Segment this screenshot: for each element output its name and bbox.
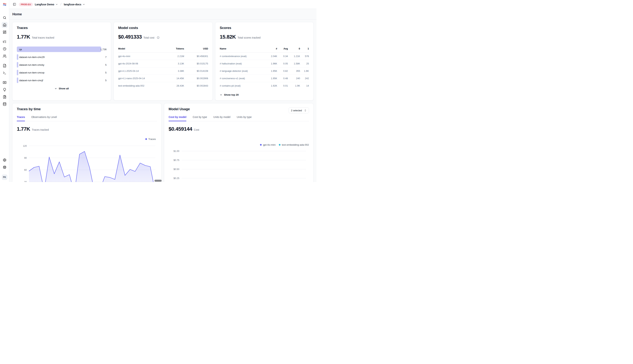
tab-units-by-type[interactable]: Units by type — [237, 116, 252, 121]
sidebar-item-terminal[interactable] — [2, 70, 8, 76]
tab-cost-by-model[interactable]: Cost by model — [169, 116, 186, 121]
content-area: Home Traces 1.77K Total traces tracked q… — [9, 9, 317, 182]
table-cell: 28.43K — [162, 84, 184, 87]
table-cell: 1.9K — [288, 84, 300, 87]
table-cell: gpt-4o-2024-08-06 — [118, 62, 162, 65]
show-top-20-button[interactable]: Show top 20 — [220, 94, 309, 96]
sidebar-item-lightbulb[interactable] — [2, 87, 8, 93]
column-header: 0 — [288, 47, 300, 50]
tab-observations-by-level[interactable]: Observations by Level — [31, 116, 57, 121]
table-row[interactable]: # contains-pii (eval)1.92K0.011.9K14 — [220, 82, 309, 89]
sidebar-item-settings[interactable] — [2, 157, 8, 163]
sidebar-item-home[interactable] — [2, 22, 8, 28]
info-icon[interactable] — [157, 36, 160, 39]
trace-row[interactable]: dataset-run-item-cmcky5 — [17, 62, 107, 68]
table-row[interactable]: # language-detector (eval)1.95K0.823551.… — [220, 67, 309, 75]
total-cost-label: Total cost — [144, 36, 154, 39]
trace-count: 5 — [105, 64, 107, 66]
table-row[interactable]: gpt-4o-2024-08-063.13K$0.015175 — [118, 60, 208, 67]
org-switcher[interactable]: Langfuse Demo — [35, 3, 54, 6]
chevron-down-icon[interactable] — [83, 3, 85, 6]
table-row[interactable]: # conciseness-v1 (eval)1.95K0.48240242 — [220, 75, 309, 82]
settings-icon — [3, 158, 7, 162]
trace-row[interactable]: dataset-run-item-cmcvp5 — [17, 70, 107, 75]
tab-units-by-model[interactable]: Units by model — [213, 116, 230, 121]
table-cell: 1.95K — [265, 77, 277, 80]
table-cell: # conciseness-v1 (eval) — [220, 77, 265, 80]
sidebar-item-list-tree[interactable] — [2, 39, 8, 45]
traces-metric: 1.77K Total traces tracked — [17, 34, 107, 40]
traces-card: Traces 1.77K Total traces tracked qa1,73… — [12, 22, 111, 100]
table-cell: gpt-4.1-2025-04-14 — [118, 70, 162, 72]
traces-by-time-card: Traces by time TracesObservations by Lev… — [12, 103, 162, 182]
table-cell: # language-detector (eval) — [220, 70, 265, 72]
sidebar-item-percent-card[interactable] — [2, 80, 8, 86]
table-cell: 1.92K — [265, 84, 277, 87]
column-header: # — [265, 47, 277, 50]
list-tree-icon — [3, 40, 7, 44]
chevron-down-icon — [55, 87, 57, 90]
user-avatar[interactable]: FK — [2, 174, 8, 180]
table-cell: 2.21M — [162, 55, 184, 58]
table-cell: text-embedding-ada-002 — [118, 84, 162, 87]
table-row[interactable]: gpt-4.1-nano-2025-04-1414.45K$0.002906 — [118, 75, 208, 82]
table-row[interactable]: gpt-4o-mini2.21M$0.456301 — [118, 52, 208, 60]
sidebar-toggle-button[interactable] — [12, 2, 17, 7]
svg-text:90: 90 — [24, 157, 27, 159]
table-header: ModelTokensUSD — [118, 47, 208, 52]
trace-name: dataset-run-item-cmcjf — [19, 79, 43, 82]
svg-text:$1.00: $1.00 — [174, 150, 179, 152]
life-buoy-icon — [3, 166, 7, 169]
project-switcher[interactable]: langfuse-docs — [64, 3, 81, 6]
sidebar-item-dashboard-grid[interactable] — [2, 29, 8, 35]
show-all-button[interactable]: Show all — [17, 87, 107, 90]
table-cell: 240 — [288, 77, 300, 80]
traces-tracked-metric: 1.77K Traces tracked — [17, 126, 157, 132]
table-row[interactable]: # hallucination (eval)1.96K0.051.58K25 — [220, 60, 309, 67]
trace-row[interactable]: qa1,736 — [17, 46, 107, 52]
table-cell: 14 — [300, 84, 309, 87]
scores-total-label: Total scores tracked — [237, 36, 261, 39]
cost-label: Cost — [194, 128, 199, 131]
table-cell: $0.015175 — [184, 62, 208, 65]
trace-count: 1,736 — [100, 48, 107, 51]
sidebar-item-search[interactable] — [2, 15, 8, 21]
clipboard-pen-icon — [3, 95, 7, 99]
table-row[interactable]: # contextrelevance (eval)2.04K0.341.21K5… — [220, 52, 309, 60]
table-cell: $0.014108 — [184, 70, 208, 72]
model-select-dropdown[interactable]: 2 selected — [289, 108, 309, 113]
langfuse-logo-icon[interactable] — [0, 0, 9, 9]
table-cell: 14.45K — [162, 77, 184, 80]
chevron-down-icon[interactable] — [55, 3, 58, 6]
tab-traces[interactable]: Traces — [17, 116, 25, 121]
table-row[interactable]: text-embedding-ada-00228.43K$0.002843 — [118, 82, 208, 89]
tab-cost-by-type[interactable]: Cost by type — [193, 116, 207, 121]
sidebar-item-file-code[interactable] — [2, 63, 8, 69]
svg-text:60: 60 — [24, 169, 27, 171]
model-usage-chart[interactable]: $1.00$0.75$0.50$0.25 — [169, 144, 307, 182]
sidebar-item-clipboard-pen[interactable] — [2, 94, 8, 100]
trace-row[interactable]: dataset-run-item-cmc297 — [17, 54, 107, 60]
table-cell: # hallucination (eval) — [220, 62, 265, 65]
sidebar-item-clock[interactable] — [2, 46, 8, 52]
sidebar-item-life-buoy[interactable] — [2, 164, 8, 170]
trace-row[interactable]: dataset-run-item-cmcjf5 — [17, 78, 107, 83]
traces-chart-legend: Traces — [145, 138, 156, 140]
sidebar-item-users[interactable] — [2, 53, 8, 59]
traces-by-time-tabs: TracesObservations by Level — [17, 116, 157, 121]
trace-bar — [17, 78, 18, 83]
table-cell: 1.96K — [265, 62, 277, 65]
table-row[interactable]: gpt-4.1-2025-04-143.38K$0.014108 — [118, 67, 208, 75]
trace-count: 5 — [105, 71, 107, 74]
traces-total: 1.77K — [17, 34, 30, 40]
search-icon — [3, 16, 7, 20]
horizontal-scrollbar-thumb[interactable] — [154, 180, 162, 182]
legend-item: Traces — [145, 138, 156, 140]
svg-text:$0.75: $0.75 — [174, 159, 179, 162]
model-usage-card: Model Usage 2 selected Cost by modelCost… — [164, 103, 314, 182]
sidebar-item-database[interactable] — [2, 101, 8, 107]
traces-time-chart[interactable]: 120906030 — [17, 140, 157, 182]
column-header: Model — [118, 47, 162, 50]
table-cell: $0.002906 — [184, 77, 208, 80]
users-icon — [3, 54, 7, 58]
